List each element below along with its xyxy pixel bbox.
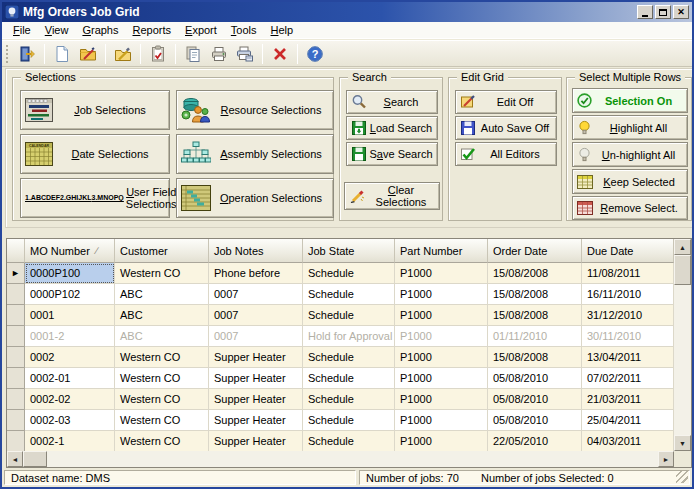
grid-cell[interactable]: 04/03/2011: [582, 431, 674, 451]
grid-cell[interactable]: Schedule: [303, 347, 395, 368]
scroll-down-icon[interactable]: ▼: [674, 435, 691, 451]
row-selector[interactable]: [7, 368, 25, 389]
menu-file[interactable]: File: [6, 23, 38, 37]
grid-cell[interactable]: Western CO: [115, 263, 209, 284]
grid-cell[interactable]: P1000: [395, 284, 488, 305]
grid-cell[interactable]: Schedule: [303, 263, 395, 284]
row-selector[interactable]: [7, 284, 25, 305]
edit-folder-button[interactable]: [110, 43, 136, 65]
grid-cell[interactable]: 16/11/2010: [582, 284, 674, 305]
grid-cell[interactable]: Schedule: [303, 284, 395, 305]
grid-cell[interactable]: 15/08/2008: [488, 284, 582, 305]
grid-cell[interactable]: ABC: [115, 284, 209, 305]
grid-cell[interactable]: Western CO: [115, 389, 209, 410]
grid-cell[interactable]: Western CO: [115, 347, 209, 368]
grid-cell[interactable]: Schedule: [303, 368, 395, 389]
row-selector[interactable]: [7, 389, 25, 410]
row-selector[interactable]: [7, 305, 25, 326]
exit-button[interactable]: [14, 43, 40, 65]
grid-cell[interactable]: 0001-2: [25, 326, 115, 347]
grid-cell[interactable]: Supper Heater: [209, 389, 303, 410]
help-button[interactable]: ?: [302, 43, 328, 65]
grid-cell[interactable]: P1000: [395, 389, 488, 410]
column-header[interactable]: Part Number: [395, 239, 488, 263]
grid-cell[interactable]: Hold for Approval: [303, 326, 395, 347]
column-header[interactable]: Job Notes: [209, 239, 303, 263]
new-document-button[interactable]: [49, 43, 75, 65]
menu-reports[interactable]: Reports: [126, 23, 179, 37]
grid-cell[interactable]: P1000: [395, 431, 488, 451]
grid-cell[interactable]: 0000P102: [25, 284, 115, 305]
grid-cell[interactable]: P1000: [395, 410, 488, 431]
menu-tools[interactable]: Tools: [224, 23, 264, 37]
open-button[interactable]: [75, 43, 101, 65]
grid-cell[interactable]: Schedule: [303, 305, 395, 326]
print-button[interactable]: [206, 43, 232, 65]
delete-button[interactable]: [267, 43, 293, 65]
print-setup-button[interactable]: [232, 43, 258, 65]
operation-selections-button[interactable]: Operation Selections: [176, 178, 334, 218]
grid-cell[interactable]: 01/11/2010: [488, 326, 582, 347]
save-search-button[interactable]: Save Search: [346, 142, 438, 166]
date-selections-button[interactable]: CALENDAR Date Selections: [20, 134, 170, 174]
maximize-button[interactable]: [655, 5, 671, 19]
selection-on-button[interactable]: Selection On: [572, 88, 688, 113]
grid-cell[interactable]: P1000: [395, 368, 488, 389]
grid-cell[interactable]: Supper Heater: [209, 368, 303, 389]
grid-cell[interactable]: 07/02/2011: [582, 368, 674, 389]
search-button[interactable]: Search: [346, 90, 438, 114]
grid-cell[interactable]: Phone before: [209, 263, 303, 284]
grid-cell[interactable]: 0002-01: [25, 368, 115, 389]
row-selector[interactable]: [7, 347, 25, 368]
grid-cell[interactable]: 0001: [25, 305, 115, 326]
horizontal-scrollbar[interactable]: ◄ ►: [7, 451, 674, 467]
grid-cell[interactable]: ABC: [115, 305, 209, 326]
user-field-selections-button[interactable]: 1.ABCDEF 2.GHIJKL 3.MNOPQ User Field Sel…: [20, 178, 170, 218]
assembly-selections-button[interactable]: Assembly Selections: [176, 134, 334, 174]
un-highlight-all-button[interactable]: Un-highlight All: [572, 142, 688, 167]
minimize-button[interactable]: [637, 5, 653, 19]
grid-header-selector[interactable]: [7, 239, 25, 263]
grid-cell[interactable]: 15/08/2008: [488, 263, 582, 284]
grid-cell[interactable]: Western CO: [115, 368, 209, 389]
edit-off-button[interactable]: Edit Off: [455, 90, 557, 114]
grid-cell[interactable]: P1000: [395, 326, 488, 347]
auto-save-off-button[interactable]: Auto Save Off: [455, 116, 557, 140]
grid-cell[interactable]: 15/08/2008: [488, 347, 582, 368]
grid-cell[interactable]: P1000: [395, 347, 488, 368]
grid-cell[interactable]: 11/08/2011: [582, 263, 674, 284]
grid-cell[interactable]: 0002-02: [25, 389, 115, 410]
row-selector[interactable]: ►: [7, 263, 25, 284]
grid-cell[interactable]: 0007: [209, 305, 303, 326]
row-selector[interactable]: [7, 410, 25, 431]
scroll-right-icon[interactable]: ►: [658, 451, 674, 467]
grid-cell[interactable]: Schedule: [303, 410, 395, 431]
grid-cell[interactable]: ABC: [115, 326, 209, 347]
column-header[interactable]: Job State: [303, 239, 395, 263]
keep-selected-button[interactable]: Keep Selected: [572, 169, 688, 194]
grid-cell[interactable]: Schedule: [303, 389, 395, 410]
grid-cell[interactable]: 22/05/2010: [488, 431, 582, 451]
column-header[interactable]: Order Date: [488, 239, 582, 263]
grid-cell[interactable]: Supper Heater: [209, 347, 303, 368]
menu-view[interactable]: View: [38, 23, 76, 37]
grid-cell[interactable]: 0007: [209, 326, 303, 347]
grid-cell[interactable]: 31/12/2010: [582, 305, 674, 326]
grid-cell[interactable]: 05/08/2010: [488, 368, 582, 389]
grid-cell[interactable]: Western CO: [115, 431, 209, 451]
close-button[interactable]: ✕: [673, 5, 689, 19]
grid-cell[interactable]: 0000P100: [25, 263, 115, 284]
load-search-button[interactable]: Load Search: [346, 116, 438, 140]
grid-cell[interactable]: Supper Heater: [209, 410, 303, 431]
remove-select-button[interactable]: Remove Select.: [572, 196, 688, 220]
column-header[interactable]: MO Number∕: [25, 239, 115, 263]
resize-grip-icon[interactable]: [676, 471, 688, 483]
clear-selections-button[interactable]: Clear Selections: [344, 182, 440, 210]
grid-cell[interactable]: 0007: [209, 284, 303, 305]
job-selections-button[interactable]: Job Selections: [20, 90, 170, 130]
grid-cell[interactable]: 25/04/2011: [582, 410, 674, 431]
grid-cell[interactable]: 13/04/2011: [582, 347, 674, 368]
vertical-scroll-thumb[interactable]: [674, 255, 691, 285]
grid-cell[interactable]: 0002-1: [25, 431, 115, 451]
grid-cell[interactable]: Western CO: [115, 410, 209, 431]
